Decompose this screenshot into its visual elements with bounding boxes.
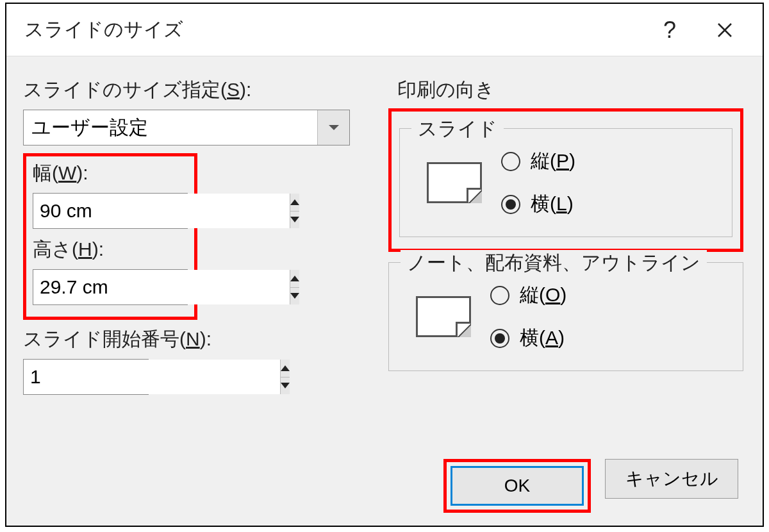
close-button[interactable]: [702, 11, 747, 49]
ok-button[interactable]: OK: [451, 466, 584, 506]
radio-icon: [490, 329, 509, 348]
dialog-title: スライドのサイズ: [24, 17, 637, 43]
slide-size-label: スライドのサイズ指定(S):: [23, 77, 356, 103]
slides-group-title: スライド: [411, 116, 504, 142]
radio-label: 縦(O): [520, 282, 566, 308]
slides-orientation-group: スライド 縦(P) 横(L): [399, 128, 732, 237]
notes-orientation-group: ノート、配布資料、アウトライン 縦(O) 横(A): [388, 262, 743, 371]
width-spin-down[interactable]: [290, 212, 299, 229]
width-spinner: [33, 193, 188, 229]
radio-icon: [501, 195, 520, 214]
startnum-spin-down[interactable]: [281, 378, 290, 395]
close-icon: [716, 22, 733, 38]
slide-size-combo-value: ユーザー設定: [24, 115, 317, 141]
radio-dot-icon: [495, 333, 505, 344]
orientation-heading: 印刷の向き: [388, 77, 743, 103]
radio-label: 横(A): [520, 325, 565, 351]
height-label: 高さ(H):: [33, 237, 188, 263]
notes-group-title: ノート、配布資料、アウトライン: [401, 250, 707, 276]
width-input[interactable]: [33, 194, 290, 228]
start-number-label: スライド開始番号(N):: [23, 326, 356, 353]
combo-dropdown-button[interactable]: [317, 110, 349, 145]
slides-orientation-highlight: スライド 縦(P) 横(L): [388, 108, 743, 252]
landscape-page-icon: [427, 162, 482, 203]
dialog-button-row: OK キャンセル: [23, 455, 743, 513]
radio-dot-icon: [506, 199, 516, 210]
start-number-input[interactable]: [24, 360, 280, 394]
slide-size-dialog: スライドのサイズ ? スライドのサイズ指定(S): ユーザー設定 幅(: [5, 3, 764, 527]
dog-ear-icon: [456, 322, 471, 337]
title-bar: スライドのサイズ ?: [6, 4, 763, 56]
help-button[interactable]: ?: [647, 11, 692, 49]
height-input[interactable]: [33, 270, 290, 304]
triangle-down-icon: [290, 293, 299, 299]
height-spinner: [33, 269, 188, 305]
radio-label: 縦(P): [531, 148, 575, 174]
radio-icon: [501, 152, 520, 171]
slides-landscape-radio[interactable]: 横(L): [501, 191, 575, 217]
height-spin-down[interactable]: [290, 288, 299, 305]
triangle-down-icon: [281, 383, 290, 388]
width-height-highlight: 幅(W): 高さ(H):: [23, 153, 197, 320]
slides-portrait-radio[interactable]: 縦(P): [501, 148, 575, 174]
cancel-button[interactable]: キャンセル: [605, 459, 738, 499]
ok-button-highlight: OK: [443, 459, 591, 513]
width-spin-up[interactable]: [290, 194, 299, 212]
chevron-down-icon: [329, 125, 339, 130]
notes-landscape-radio[interactable]: 横(A): [490, 325, 566, 351]
radio-icon: [490, 286, 509, 305]
triangle-up-icon: [281, 365, 290, 371]
right-column: 印刷の向き スライド 縦(P): [388, 77, 743, 429]
notes-portrait-radio[interactable]: 縦(O): [490, 282, 566, 308]
height-spin-up[interactable]: [290, 270, 299, 288]
triangle-up-icon: [290, 276, 299, 281]
slide-size-combo[interactable]: ユーザー設定: [23, 110, 350, 145]
start-number-spinner: [23, 359, 149, 395]
triangle-up-icon: [290, 199, 299, 205]
triangle-down-icon: [290, 217, 299, 222]
width-label: 幅(W):: [33, 160, 188, 187]
radio-label: 横(L): [531, 191, 574, 217]
landscape-page-icon: [416, 296, 471, 337]
startnum-spin-up[interactable]: [281, 360, 290, 378]
dog-ear-icon: [467, 188, 482, 203]
left-column: スライドのサイズ指定(S): ユーザー設定 幅(W):: [23, 77, 356, 429]
